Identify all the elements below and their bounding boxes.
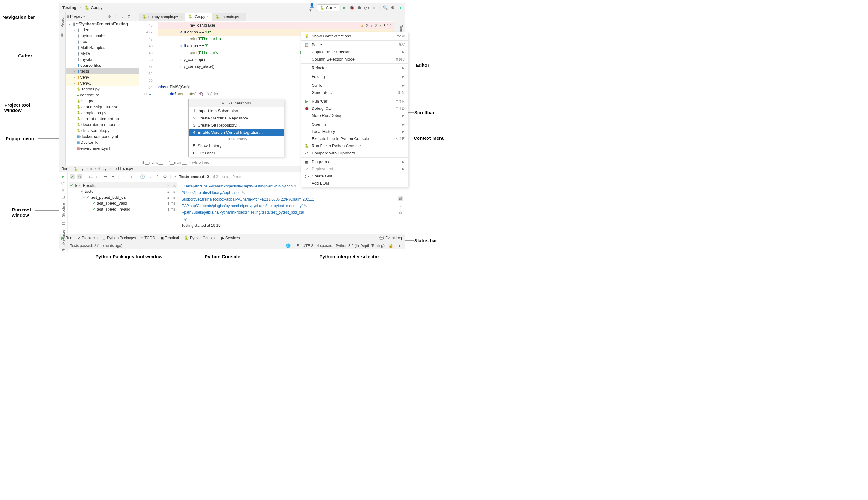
tree-file[interactable]: 🐍 actions.py xyxy=(66,86,139,92)
test-results-root[interactable]: ✔Test Results2 ms xyxy=(69,182,177,189)
context-item[interactable]: ⇄Compare with Clipboard xyxy=(301,149,408,157)
vcs-item[interactable]: 1. Import into Subversion... xyxy=(189,107,284,114)
context-item[interactable]: Open In▶ xyxy=(301,121,408,128)
context-item[interactable]: 💡Show Context Actions⌥⏎ xyxy=(301,32,408,39)
sort-icon[interactable]: ↓≡ xyxy=(88,174,93,179)
stop-button[interactable]: ■ xyxy=(372,5,377,10)
run-button[interactable]: ▶ xyxy=(342,5,347,10)
todo-tab-button[interactable]: ≡TODO xyxy=(141,236,155,240)
console-line[interactable]: /Users/jetbrains/PycharmProjects/In-Dept… xyxy=(182,184,293,189)
context-item[interactable]: Folding▶ xyxy=(301,73,408,80)
tab-car[interactable]: 🐍Car.py× xyxy=(185,13,212,21)
crumb-while[interactable]: while True xyxy=(192,160,209,165)
project-tool-tab[interactable]: Project xyxy=(60,15,64,29)
context-item[interactable]: Generate...⌘N xyxy=(301,89,408,96)
line-ending[interactable]: LF xyxy=(295,243,299,248)
tree-file[interactable]: 🐍 completion.py xyxy=(66,110,139,116)
encoding[interactable]: UTF-8 xyxy=(302,243,313,248)
tree-folder-tests[interactable]: ›▮ tests xyxy=(66,68,139,74)
export-icon[interactable]: ⤒ xyxy=(155,174,160,179)
tab-numpy[interactable]: 🐍numpy-sample.py× xyxy=(139,13,185,21)
tree-folder[interactable]: ›▮ MathSamples xyxy=(66,45,139,50)
hide-icon[interactable]: — xyxy=(133,14,138,19)
tree-file[interactable]: ▦ Dockerfile xyxy=(66,139,139,145)
tree-file[interactable]: 🐍 disc_sample.py xyxy=(66,127,139,134)
coverage-button[interactable]: ⬢ xyxy=(357,5,362,10)
context-item[interactable]: More Run/Debug▶ xyxy=(301,112,408,119)
tree-root[interactable]: ⌄▮ ~/PycharmProjects/Testing xyxy=(66,21,139,27)
expand-icon[interactable]: ≑ xyxy=(113,14,118,19)
tab-threads[interactable]: 🐍threads.py× xyxy=(212,13,246,21)
console-output[interactable]: /Users/jetbrains/PycharmProjects/In-Dept… xyxy=(179,181,396,252)
test-leaf[interactable]: ✔test_speed_valid1 ms xyxy=(69,200,177,206)
pin-icon[interactable]: ⊡ xyxy=(61,194,66,199)
jetbrains-icon[interactable]: ◗ xyxy=(398,5,403,10)
tree-folder[interactable]: ›▮ mysite xyxy=(66,56,139,62)
tree-file[interactable]: ▦ environment.yml xyxy=(66,145,139,151)
settings-icon[interactable]: ⚙ xyxy=(162,174,168,179)
tree-file[interactable]: ▦ docker-compose.yml xyxy=(66,134,139,139)
tree-folder[interactable]: ›▮ MyDir xyxy=(66,50,139,56)
project-tree[interactable]: ⌄▮ ~/PycharmProjects/Testing ›▮ .idea ›▮… xyxy=(66,21,139,166)
collapse-icon[interactable]: ≒ xyxy=(119,14,124,19)
profile-button[interactable]: ◔▾ xyxy=(364,5,369,10)
menu-icon[interactable]: ≡ xyxy=(399,15,404,20)
import-icon[interactable]: ⤓ xyxy=(148,174,152,179)
context-item[interactable]: Column Selection Mode⇧⌘8 xyxy=(301,56,408,63)
project-header-label[interactable]: Project xyxy=(70,14,82,19)
context-item[interactable]: 📋Paste⌘V xyxy=(301,41,408,48)
crumb-if[interactable]: if __name__ == '__main__' xyxy=(142,160,187,165)
tree-folder-venv[interactable]: ›▮ venv xyxy=(66,74,139,80)
globe-icon[interactable]: 🌐 xyxy=(286,243,291,248)
console-line[interactable]: EAP.app/Contents/plugins/python/helpers/… xyxy=(182,204,303,208)
down-icon[interactable]: ˇ xyxy=(390,22,391,29)
context-item[interactable]: Go To▶ xyxy=(301,82,408,89)
favorites-tab[interactable]: Favorites xyxy=(61,228,65,246)
scroll-icon[interactable]: ⤓ xyxy=(398,203,403,208)
up-icon[interactable]: ˆ xyxy=(387,22,389,29)
history-icon[interactable]: 🕘 xyxy=(140,174,145,179)
gear-icon[interactable]: ⚙ xyxy=(390,5,395,10)
tree-folder[interactable]: ›▮ .tox xyxy=(66,39,139,45)
bookmarks-icon[interactable]: ▤ xyxy=(61,221,66,226)
up-icon[interactable]: ↑ xyxy=(122,174,127,179)
expand-icon[interactable]: ≑ xyxy=(103,174,108,179)
rerun-icon[interactable]: ▶ xyxy=(61,174,66,179)
print-icon[interactable]: ⎙ xyxy=(398,210,403,215)
bookmark-icon[interactable]: ▮ xyxy=(60,32,65,37)
tree-folder[interactable]: ›▮ source-files xyxy=(66,62,139,68)
gutter[interactable]: 45 46 ● 47 48 49 50 51 52 53 54 55 ●↑ xyxy=(139,21,155,159)
services-tab-button[interactable]: ▶Services xyxy=(221,236,240,240)
structure-tab[interactable]: Structure xyxy=(61,201,65,219)
down-icon[interactable]: ↓ xyxy=(398,189,403,194)
tree-file[interactable]: 🐍 decorated-methods.p xyxy=(66,122,139,127)
context-item[interactable]: ◯Create Gist... xyxy=(301,172,408,180)
context-item[interactable]: 🐞Debug 'Car'⌃⇧D xyxy=(301,105,408,112)
wrap-icon[interactable]: ⏎ xyxy=(398,196,403,201)
user-icon[interactable]: 👤▾ xyxy=(309,5,315,10)
debug-button[interactable]: 🐞 xyxy=(349,5,354,10)
context-item[interactable]: Refactor▶ xyxy=(301,64,408,71)
target-icon[interactable]: ⊕ xyxy=(107,14,112,19)
lock-icon[interactable]: 🔒 xyxy=(388,243,393,248)
close-icon[interactable]: × xyxy=(180,15,182,19)
toggle-icon[interactable]: ⟳ xyxy=(61,181,66,185)
breadcrumb-file[interactable]: Car.py xyxy=(91,5,103,10)
test-leaf[interactable]: ✔test_speed_invalid1 ms xyxy=(69,206,177,212)
vcs-item[interactable]: 5. Show History xyxy=(189,142,284,149)
vcs-item-selected[interactable]: 4. Enable Version Control Integration... xyxy=(189,129,284,136)
console-line[interactable]: --path /Users/jetbrains/PycharmProjects/… xyxy=(182,210,305,215)
problems-tab-button[interactable]: ⊘Problems xyxy=(77,236,98,240)
tree-file[interactable]: 🐍 current-statement-co xyxy=(66,116,139,122)
edit-icon[interactable]: ✎ xyxy=(242,191,245,195)
context-item[interactable]: Add BOM xyxy=(301,180,408,187)
test-tree[interactable]: ✔Test Results2 ms ⌄✔tests2 ms ⌄✔test_pyt… xyxy=(68,181,179,252)
breadcrumb-testing[interactable]: Testing xyxy=(61,5,78,11)
vcs-item[interactable]: 3. Create Git Repository... xyxy=(189,122,284,129)
down-icon[interactable]: ↓ xyxy=(129,174,134,179)
terminal-tab-button[interactable]: ▣Terminal xyxy=(160,236,179,240)
collapse-icon[interactable]: ≒ xyxy=(111,174,115,179)
context-item[interactable]: Copy / Paste Special▶ xyxy=(301,48,408,56)
tree-folder[interactable]: ›▮ .idea xyxy=(66,27,139,33)
edit-icon[interactable]: ✎ xyxy=(304,204,307,208)
